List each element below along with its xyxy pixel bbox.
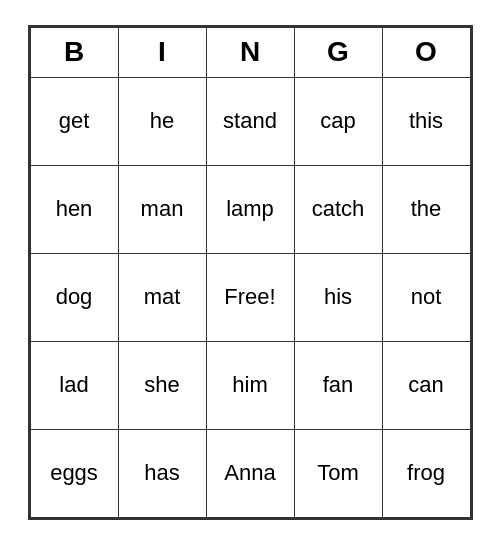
- bingo-row-4: eggshasAnnaTomfrog: [30, 429, 470, 517]
- bingo-cell-0-2: stand: [206, 77, 294, 165]
- bingo-cell-2-2: Free!: [206, 253, 294, 341]
- bingo-cell-4-4: frog: [382, 429, 470, 517]
- bingo-cell-1-0: hen: [30, 165, 118, 253]
- header-i: I: [118, 27, 206, 77]
- bingo-cell-3-4: can: [382, 341, 470, 429]
- bingo-cell-4-0: eggs: [30, 429, 118, 517]
- bingo-cell-2-4: not: [382, 253, 470, 341]
- bingo-cell-4-2: Anna: [206, 429, 294, 517]
- bingo-cell-2-3: his: [294, 253, 382, 341]
- bingo-row-1: henmanlampcatchthe: [30, 165, 470, 253]
- bingo-cell-1-2: lamp: [206, 165, 294, 253]
- bingo-cell-0-4: this: [382, 77, 470, 165]
- header-n: N: [206, 27, 294, 77]
- bingo-cell-0-3: cap: [294, 77, 382, 165]
- bingo-row-3: ladshehimfancan: [30, 341, 470, 429]
- bingo-cell-4-3: Tom: [294, 429, 382, 517]
- bingo-cell-3-3: fan: [294, 341, 382, 429]
- bingo-cell-1-1: man: [118, 165, 206, 253]
- bingo-cell-0-1: he: [118, 77, 206, 165]
- bingo-row-2: dogmatFree!hisnot: [30, 253, 470, 341]
- bingo-cell-1-4: the: [382, 165, 470, 253]
- bingo-cell-2-1: mat: [118, 253, 206, 341]
- header-o: O: [382, 27, 470, 77]
- header-g: G: [294, 27, 382, 77]
- bingo-cell-2-0: dog: [30, 253, 118, 341]
- bingo-card: BINGO gethestandcapthishenmanlampcatchth…: [28, 25, 473, 520]
- bingo-cell-4-1: has: [118, 429, 206, 517]
- bingo-cell-1-3: catch: [294, 165, 382, 253]
- bingo-cell-3-0: lad: [30, 341, 118, 429]
- bingo-row-0: gethestandcapthis: [30, 77, 470, 165]
- header-b: B: [30, 27, 118, 77]
- bingo-cell-0-0: get: [30, 77, 118, 165]
- header-row: BINGO: [30, 27, 470, 77]
- bingo-table: BINGO gethestandcapthishenmanlampcatchth…: [30, 27, 471, 518]
- bingo-cell-3-2: him: [206, 341, 294, 429]
- bingo-cell-3-1: she: [118, 341, 206, 429]
